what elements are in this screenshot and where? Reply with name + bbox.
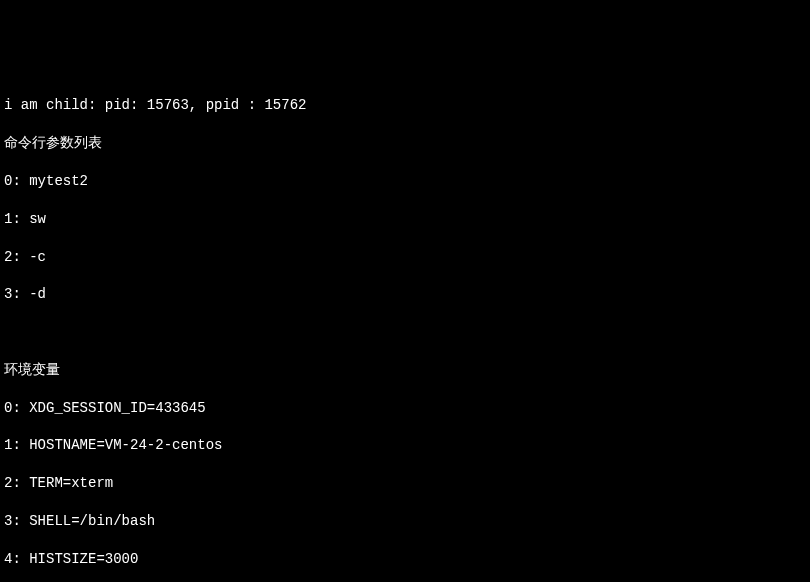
env-var-line: 0: XDG_SESSION_ID=433645 xyxy=(4,399,806,418)
arg-line: 2: -c xyxy=(4,248,806,267)
env-var-line: 3: SHELL=/bin/bash xyxy=(4,512,806,531)
env-var-line: 2: TERM=xterm xyxy=(4,474,806,493)
terminal-output: i am child: pid: 15763, ppid : 15762 命令行… xyxy=(4,78,806,582)
blank-line xyxy=(4,323,806,342)
args-title: 命令行参数列表 xyxy=(4,134,806,153)
arg-line: 3: -d xyxy=(4,285,806,304)
child-process-info: i am child: pid: 15763, ppid : 15762 xyxy=(4,96,806,115)
env-var-line: 1: HOSTNAME=VM-24-2-centos xyxy=(4,436,806,455)
arg-line: 0: mytest2 xyxy=(4,172,806,191)
env-title: 环境变量 xyxy=(4,361,806,380)
env-var-line: 4: HISTSIZE=3000 xyxy=(4,550,806,569)
arg-line: 1: sw xyxy=(4,210,806,229)
